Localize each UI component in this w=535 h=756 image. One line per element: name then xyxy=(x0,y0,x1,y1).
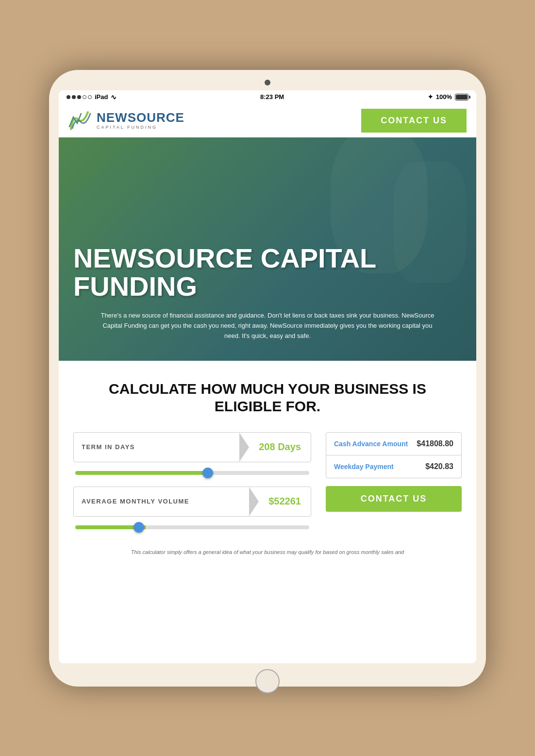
volume-value: $52261 xyxy=(259,489,311,514)
site-header: NEWSOURCE CAPITAL FUNDING CONTACT US xyxy=(59,104,476,137)
logo-area: NEWSOURCE CAPITAL FUNDING xyxy=(68,110,184,132)
volume-slider-control: AVERAGE MONTHLY VOLUME $52261 xyxy=(73,487,311,531)
term-label-row: TERM IN DAYS 208 Days xyxy=(73,432,311,462)
cash-advance-value: $41808.80 xyxy=(417,439,453,448)
term-slider[interactable] xyxy=(75,471,309,475)
dot-5 xyxy=(88,95,92,99)
device-frame: iPad ∿ 8:23 PM ✦ 100% xyxy=(49,70,486,687)
weekday-payment-value: $420.83 xyxy=(425,462,453,471)
logo-sub: CAPITAL FUNDING xyxy=(97,125,184,130)
cash-advance-row: Cash Advance Amount $41808.80 xyxy=(326,433,461,455)
carrier-label: iPad xyxy=(95,93,108,101)
time-display: 8:23 PM xyxy=(260,93,284,101)
volume-track xyxy=(73,522,311,531)
term-label: TERM IN DAYS xyxy=(74,437,239,457)
volume-divider xyxy=(249,487,259,516)
weekday-payment-label: Weekday Payment xyxy=(334,463,394,470)
signal-dots xyxy=(67,95,92,99)
dot-4 xyxy=(83,95,86,99)
hero-title: NEWSOURCE CAPITAL FUNDING xyxy=(73,244,462,302)
calculator-contact-button[interactable]: CONTACT US xyxy=(326,486,462,512)
cash-advance-label: Cash Advance Amount xyxy=(334,440,408,448)
header-contact-button[interactable]: CONTACT US xyxy=(361,109,467,133)
logo-name: NEWSOURCE xyxy=(97,111,184,124)
volume-slider[interactable] xyxy=(75,525,309,529)
calculator-section: CALCULATE HOW MUCH YOUR BUSINESS IS ELIG… xyxy=(59,361,476,663)
calculator-sliders: TERM IN DAYS 208 Days AVERAGE MONTHLY VO… xyxy=(73,432,311,541)
battery-pct-label: 100% xyxy=(436,93,452,101)
device-screen: iPad ∿ 8:23 PM ✦ 100% xyxy=(59,90,476,663)
battery-fill xyxy=(456,95,468,100)
dot-1 xyxy=(67,95,70,99)
term-value: 208 Days xyxy=(249,435,311,459)
hero-description: There's a new source of financial assist… xyxy=(98,311,437,341)
logo-text: NEWSOURCE CAPITAL FUNDING xyxy=(97,111,184,130)
status-left: iPad ∿ xyxy=(67,93,117,101)
status-right: ✦ 100% xyxy=(428,93,468,101)
calculator-results: Cash Advance Amount $41808.80 Weekday Pa… xyxy=(326,432,462,512)
status-bar: iPad ∿ 8:23 PM ✦ 100% xyxy=(59,90,476,104)
hero-section: NEWSOURCE CAPITAL FUNDING There's a new … xyxy=(59,137,476,361)
weekday-payment-row: Weekday Payment $420.83 xyxy=(326,455,461,478)
results-table: Cash Advance Amount $41808.80 Weekday Pa… xyxy=(326,432,462,478)
wifi-icon: ∿ xyxy=(111,93,117,101)
battery-bar xyxy=(455,94,468,101)
term-slider-control: TERM IN DAYS 208 Days xyxy=(73,432,311,477)
home-button[interactable] xyxy=(255,669,280,693)
calculator-title: CALCULATE HOW MUCH YOUR BUSINESS IS ELIG… xyxy=(73,380,462,415)
bluetooth-icon: ✦ xyxy=(428,93,433,101)
dot-2 xyxy=(72,95,76,99)
logo-icon xyxy=(68,110,93,132)
calculator-disclaimer: This calculator simply offers a general … xyxy=(73,549,462,556)
device-camera xyxy=(265,80,270,85)
term-divider xyxy=(239,433,249,462)
term-track xyxy=(73,468,311,477)
dot-3 xyxy=(77,95,81,99)
volume-label-row: AVERAGE MONTHLY VOLUME $52261 xyxy=(73,487,311,517)
hero-content: NEWSOURCE CAPITAL FUNDING There's a new … xyxy=(73,244,462,341)
calculator-layout: TERM IN DAYS 208 Days AVERAGE MONTHLY VO… xyxy=(73,432,462,541)
volume-label: AVERAGE MONTHLY VOLUME xyxy=(74,491,249,512)
